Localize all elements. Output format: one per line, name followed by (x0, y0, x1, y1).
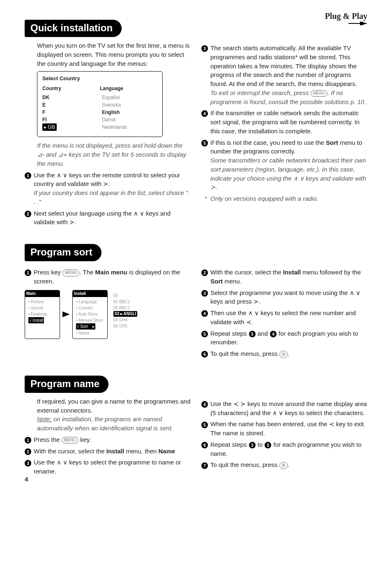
panel-install: Install • Language • Country • Auto Stor… (72, 290, 108, 339)
panel-main-item: • Features (28, 311, 56, 317)
sort-step1: Press key MENU. The Main menu is display… (34, 268, 191, 286)
svg-marker-4 (62, 311, 70, 317)
name-step6: Repeat steps 3 to 5 for each programme y… (210, 440, 367, 458)
panel-chan-item: 01 BBC1 (113, 299, 141, 305)
osd-country-item: F (42, 109, 98, 116)
menu-key-icon: MENU (311, 90, 327, 97)
sort-step-4-icon: 4 (201, 310, 208, 317)
osd-col-language: Language (100, 85, 157, 92)
panel-install-item: • Auto Store (76, 311, 104, 317)
panel-channels: 00 01 BBC1 02 BBC2 03 ▸ ANGLI 04 CH4 05 … (110, 290, 145, 339)
panel-arrow-icon (62, 290, 70, 339)
osd-lang-item: Svenska (102, 101, 157, 109)
sort-step5: Repeat steps 3 and 4 for each program yo… (210, 329, 367, 347)
quick-step5b: Sort (326, 139, 338, 146)
quick-step2: Next select your language using the ∧ ∨ … (34, 209, 191, 227)
panel-install-item: • Country (76, 305, 104, 311)
menu-key-icon: MENU (62, 269, 79, 276)
sort-step-6-icon: 6 (201, 351, 208, 357)
sort-step-1-icon: 1 (25, 269, 31, 276)
panel-install-selected: √ Sort ▸ (76, 323, 95, 330)
osd-select-country: Select Country Country Language DK E F F… (37, 71, 163, 137)
panel-install-item: • Name (76, 330, 104, 336)
osd-title: Select Country (42, 75, 157, 83)
quick-step3: The search starts automatically. All the… (210, 44, 357, 87)
panel-chan-item: 04 CH4 (113, 317, 141, 323)
quick-step4: If the transmitter or cable network send… (210, 109, 367, 135)
ref-step-3-icon: 3 (249, 442, 256, 448)
osd-lang-item: Español (102, 94, 157, 101)
panel-chan-selected: 03 ▸ ANGLI (113, 311, 137, 317)
name-step5: When the name has been entered, use the … (210, 420, 367, 438)
panel-chan-item: 05 CH5 (113, 323, 141, 329)
step-1-icon: 1 (25, 172, 31, 179)
quick-note1: If the menu is not displayed, press and … (37, 141, 191, 168)
sort-step-3-icon: 3 (201, 290, 208, 297)
name-step-3-icon: 3 (25, 460, 31, 467)
panel-main-item: • Sound (28, 305, 56, 311)
section-title-quick: Quick installation (25, 20, 122, 37)
osd-col-country: Country (42, 85, 100, 92)
sort-step-5-icon: 5 (201, 331, 208, 337)
panel-install-item: • Manual Store (76, 317, 104, 323)
osd-lang-item: Dansk (102, 116, 157, 123)
name-intro: If required, you can give a name to the … (37, 397, 191, 415)
plug-icon (348, 21, 367, 26)
quick-step1: Use the ∧ ∨ keys on the remote control t… (34, 172, 180, 188)
sort-step4: Then use the ∧ ∨ keys to select the new … (210, 309, 367, 327)
step-4-icon: 4 (201, 110, 208, 117)
name-step-7-icon: 7 (201, 462, 208, 469)
name-step-5-icon: 5 (201, 422, 208, 428)
section-title-name: Program name (25, 376, 108, 393)
quick-step5a: If this is not the case, you need to use… (210, 139, 326, 146)
brand-logo: Plug & Play (325, 12, 367, 26)
panel-chan-item: 00 (113, 292, 141, 299)
name-step7: To quit the menus, press ⊞. (210, 460, 367, 469)
name-intro-note: Note: Note: on installation, the program… (37, 415, 191, 433)
panel-main-selected: √ Install (28, 317, 44, 323)
osd-menu-panels: Main • Picture • Sound • Features √ Inst… (25, 290, 191, 339)
osd-lang-item: Nederlands (102, 123, 157, 131)
sort-step-2-icon: 2 (201, 269, 208, 276)
exit-key-icon: ⊞ (279, 462, 288, 469)
name-step-6-icon: 6 (201, 442, 208, 448)
step-2-icon: 2 (25, 211, 31, 217)
name-step4: Use the ≺ ≻ keys to move around the name… (210, 399, 367, 418)
quick-step3-note: To exit or interrupt the search, press M… (210, 89, 366, 105)
section-title-sort: Program sort (25, 244, 101, 261)
osd-lang-selected: English (102, 109, 157, 116)
asterisk-icon: * (201, 194, 210, 202)
menu-key-icon: MENU (62, 437, 78, 444)
brand-text: Plug & Play (325, 12, 367, 21)
step-3-icon: 3 (201, 45, 208, 52)
ref-step-5-icon: 5 (265, 442, 271, 448)
name-step-1-icon: 1 (25, 437, 31, 443)
panel-main: Main • Picture • Sound • Features √ Inst… (25, 290, 60, 339)
panel-install-hdr: Install (73, 290, 107, 297)
quick-step1-note: If your country does not appear in the l… (34, 189, 190, 205)
name-step-4-icon: 4 (201, 401, 208, 408)
sort-step2: With the cursor, select the Install menu… (210, 268, 367, 286)
name-step2: With the cursor, select the Install menu… (34, 447, 191, 456)
exit-key-icon: ⊞ (279, 351, 288, 358)
name-step3: Use the ∧ ∨ keys to select the programme… (34, 458, 191, 476)
panel-main-hdr: Main (25, 290, 60, 297)
sort-step6: To quit the menus, press ⊞. (210, 349, 367, 358)
osd-country-selected: ▸ GB (42, 123, 57, 131)
quick-footnote: Only on versions equipped with a radio. (210, 194, 367, 203)
quick-step5-note: Some transmitters or cable networks broa… (210, 157, 366, 190)
sort-step3: Select the programme you want to move us… (210, 288, 367, 306)
panel-main-item: • Picture (28, 299, 56, 305)
quick-intro: When you turn on the TV set for the firs… (37, 41, 191, 68)
page-number: 4 (25, 476, 28, 483)
ref-step-3-icon: 3 (249, 331, 256, 337)
name-step-2-icon: 2 (25, 448, 31, 455)
osd-country-item: DK (42, 94, 98, 101)
panel-chan-item: 02 BBC2 (113, 305, 141, 311)
osd-country-item: E (42, 101, 98, 109)
name-step1: Press the MENU key. (34, 435, 191, 444)
step-5-icon: 5 (201, 140, 208, 146)
ref-step-4-icon: 4 (270, 331, 277, 337)
panel-install-item: • Language (76, 299, 104, 305)
osd-country-item: FI (42, 116, 98, 123)
